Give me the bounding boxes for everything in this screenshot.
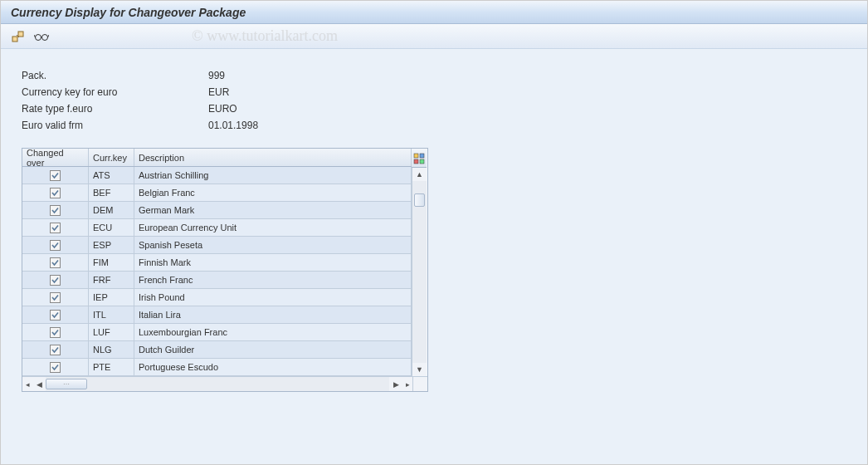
cell-curr-key: ITL	[89, 306, 134, 323]
vertical-scroll-track[interactable]	[412, 181, 427, 363]
cell-curr-key: ECU	[89, 219, 134, 236]
table-row[interactable]: FRFFrench Franc	[22, 272, 412, 289]
field-rate-type-label: Rate type f.euro	[22, 103, 208, 115]
checkbox-changed-over[interactable]	[50, 292, 61, 303]
currency-table: Changed over Curr.key Description ATSAus…	[22, 148, 428, 392]
cell-changed-over	[22, 202, 89, 218]
field-rate-type-value: EURO	[208, 103, 237, 115]
svg-point-3	[42, 34, 48, 40]
check-icon	[51, 276, 60, 285]
toolbar-glasses-button[interactable]	[32, 27, 51, 46]
horizontal-scrollbar[interactable]: ◂ ◀ ⋯ ▶ ▸	[22, 376, 412, 391]
cell-description: Spanish Peseta	[134, 237, 412, 253]
scroll-left-button[interactable]: ◀	[32, 377, 46, 391]
cell-description: Portuguese Escudo	[134, 359, 412, 375]
cell-curr-key: FIM	[89, 254, 134, 271]
cell-description: Dutch Guilder	[134, 341, 412, 358]
field-valid-from: Euro valid frm 01.01.1998	[22, 120, 846, 131]
cell-changed-over	[22, 324, 89, 340]
cell-changed-over	[22, 167, 89, 184]
checkbox-changed-over[interactable]	[50, 205, 61, 216]
cell-description: European Currency Unit	[134, 219, 412, 236]
scroll-corner	[412, 376, 427, 391]
checkbox-changed-over[interactable]	[50, 257, 61, 268]
scroll-up-button[interactable]: ▲	[412, 168, 427, 181]
field-currency-key: Currency key for euro EUR	[22, 86, 846, 98]
check-icon	[51, 311, 60, 320]
table-row[interactable]: ITLItalian Lira	[22, 306, 412, 324]
cell-curr-key: LUF	[89, 324, 134, 340]
table-row[interactable]: NLGDutch Guilder	[22, 341, 412, 359]
field-rate-type: Rate type f.euro EURO	[22, 103, 846, 115]
cell-description: Austrian Schilling	[134, 167, 412, 184]
checkbox-changed-over[interactable]	[50, 345, 61, 355]
checkbox-changed-over[interactable]	[50, 223, 61, 233]
field-pack: Pack. 999	[22, 70, 846, 81]
cell-description: German Mark	[134, 202, 412, 218]
table-row[interactable]: FIMFinnish Mark	[22, 254, 412, 272]
cell-curr-key: PTE	[89, 359, 134, 375]
table-row[interactable]: ECUEuropean Currency Unit	[22, 219, 412, 237]
checkbox-changed-over[interactable]	[50, 362, 61, 373]
table-header-curr-key[interactable]: Curr.key	[89, 149, 134, 166]
table-settings-icon	[413, 153, 425, 164]
cell-curr-key: ESP	[89, 237, 134, 253]
checkbox-changed-over[interactable]	[50, 240, 61, 251]
window-titlebar: Currency Display for Changeover Package	[1, 1, 867, 24]
checkbox-changed-over[interactable]	[50, 170, 61, 181]
cell-changed-over	[22, 341, 89, 358]
svg-rect-7	[420, 159, 424, 164]
check-icon	[51, 206, 60, 215]
field-pack-label: Pack.	[22, 70, 208, 81]
cell-changed-over	[22, 359, 89, 375]
cell-description: Italian Lira	[134, 306, 412, 323]
field-pack-value: 999	[208, 70, 225, 81]
horizontal-scroll-thumb[interactable]: ⋯	[46, 379, 87, 389]
checkbox-changed-over[interactable]	[50, 188, 61, 198]
horizontal-scroll-track[interactable]: ⋯	[46, 377, 389, 391]
checkbox-changed-over[interactable]	[50, 327, 61, 338]
glasses-icon	[34, 31, 49, 42]
toolbar: © www.tutorialkart.com	[1, 24, 867, 49]
cell-description: Luxembourgian Franc	[134, 324, 412, 340]
cell-changed-over	[22, 184, 89, 201]
checkbox-changed-over[interactable]	[50, 275, 61, 286]
svg-rect-4	[414, 154, 418, 158]
content-area: Pack. 999 Currency key for euro EUR Rate…	[1, 49, 867, 464]
table-row[interactable]: PTEPortuguese Escudo	[22, 359, 412, 376]
cell-curr-key: NLG	[89, 341, 134, 358]
cell-curr-key: FRF	[89, 272, 134, 288]
cell-description: French Franc	[134, 272, 412, 288]
table-settings-button[interactable]	[412, 149, 427, 168]
table-row[interactable]: IEPIrish Pound	[22, 289, 412, 306]
cell-changed-over	[22, 289, 89, 306]
table-row[interactable]: ESPSpanish Peseta	[22, 237, 412, 254]
cell-curr-key: DEM	[89, 202, 134, 218]
vertical-scrollbar[interactable]: ▲ ▼	[412, 168, 427, 376]
toolbar-display-change-button[interactable]	[9, 27, 27, 46]
scroll-last-button[interactable]: ▸	[402, 377, 412, 391]
display-change-icon	[12, 30, 25, 43]
cell-curr-key: BEF	[89, 184, 134, 201]
cell-changed-over	[22, 237, 89, 253]
scroll-first-button[interactable]: ◂	[22, 377, 32, 391]
table-row[interactable]: DEMGerman Mark	[22, 202, 412, 219]
check-icon	[51, 363, 60, 372]
cell-changed-over	[22, 254, 89, 271]
scroll-right-button[interactable]: ▶	[389, 377, 402, 391]
vertical-scroll-thumb[interactable]	[414, 193, 425, 207]
cell-changed-over	[22, 272, 89, 288]
table-row[interactable]: LUFLuxembourgian Franc	[22, 324, 412, 341]
checkbox-changed-over[interactable]	[50, 310, 61, 321]
check-icon	[51, 223, 60, 232]
window-title: Currency Display for Changeover Package	[11, 6, 246, 19]
cell-curr-key: ATS	[89, 167, 134, 184]
scroll-down-button[interactable]: ▼	[412, 363, 427, 376]
table-header-description[interactable]: Description	[134, 149, 412, 166]
table-row[interactable]: ATSAustrian Schilling	[22, 167, 412, 184]
table-row[interactable]: BEFBelgian Franc	[22, 184, 412, 202]
table-header-changed-over[interactable]: Changed over	[22, 149, 89, 166]
check-icon	[51, 345, 60, 355]
field-valid-from-value: 01.01.1998	[208, 120, 258, 131]
svg-point-2	[36, 34, 41, 40]
